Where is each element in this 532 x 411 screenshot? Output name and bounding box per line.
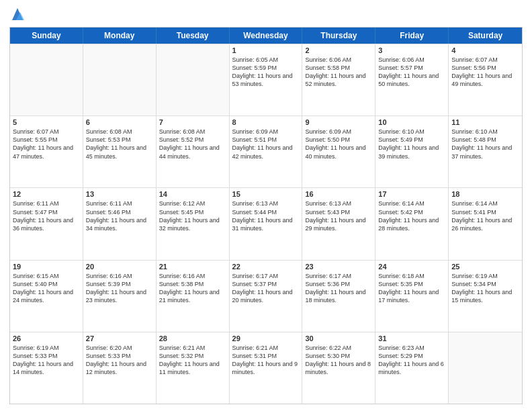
day-number: 25 bbox=[451, 263, 519, 271]
day-info: Sunrise: 6:08 AM Sunset: 5:52 PM Dayligh… bbox=[159, 128, 226, 161]
calendar-day-18: 18Sunrise: 6:14 AM Sunset: 5:41 PM Dayli… bbox=[449, 188, 522, 259]
day-number: 12 bbox=[13, 190, 80, 198]
calendar-day-25: 25Sunrise: 6:19 AM Sunset: 5:34 PM Dayli… bbox=[449, 261, 522, 332]
day-info: Sunrise: 6:11 AM Sunset: 5:47 PM Dayligh… bbox=[13, 199, 80, 232]
day-number: 3 bbox=[378, 46, 445, 54]
day-info: Sunrise: 6:07 AM Sunset: 5:55 PM Dayligh… bbox=[13, 128, 80, 161]
day-info: Sunrise: 6:05 AM Sunset: 5:59 PM Dayligh… bbox=[232, 56, 300, 89]
day-header-thursday: Thursday bbox=[302, 28, 375, 44]
day-info: Sunrise: 6:08 AM Sunset: 5:53 PM Dayligh… bbox=[86, 128, 153, 161]
calendar-day-31: 31Sunrise: 6:23 AM Sunset: 5:29 PM Dayli… bbox=[375, 332, 449, 404]
day-info: Sunrise: 6:23 AM Sunset: 5:29 PM Dayligh… bbox=[378, 344, 445, 377]
day-info: Sunrise: 6:14 AM Sunset: 5:41 PM Dayligh… bbox=[451, 199, 519, 232]
calendar-day-2: 2Sunrise: 6:06 AM Sunset: 5:58 PM Daylig… bbox=[302, 44, 375, 116]
calendar-day-8: 8Sunrise: 6:09 AM Sunset: 5:51 PM Daylig… bbox=[230, 116, 303, 187]
day-info: Sunrise: 6:15 AM Sunset: 5:40 PM Dayligh… bbox=[13, 272, 80, 305]
calendar-day-4: 4Sunrise: 6:07 AM Sunset: 5:56 PM Daylig… bbox=[449, 44, 522, 116]
day-info: Sunrise: 6:20 AM Sunset: 5:33 PM Dayligh… bbox=[86, 344, 153, 377]
calendar-day-9: 9Sunrise: 6:09 AM Sunset: 5:50 PM Daylig… bbox=[302, 116, 375, 187]
day-info: Sunrise: 6:13 AM Sunset: 5:44 PM Dayligh… bbox=[232, 199, 300, 232]
calendar-day-5: 5Sunrise: 6:07 AM Sunset: 5:55 PM Daylig… bbox=[10, 116, 83, 187]
day-number: 8 bbox=[232, 118, 300, 126]
calendar-day-19: 19Sunrise: 6:15 AM Sunset: 5:40 PM Dayli… bbox=[10, 261, 83, 332]
day-number: 27 bbox=[86, 334, 153, 342]
day-info: Sunrise: 6:16 AM Sunset: 5:38 PM Dayligh… bbox=[159, 272, 226, 305]
day-info: Sunrise: 6:21 AM Sunset: 5:32 PM Dayligh… bbox=[159, 344, 226, 377]
day-number: 28 bbox=[159, 334, 226, 342]
day-info: Sunrise: 6:17 AM Sunset: 5:37 PM Dayligh… bbox=[232, 272, 300, 305]
calendar-day-23: 23Sunrise: 6:17 AM Sunset: 5:36 PM Dayli… bbox=[302, 261, 375, 332]
day-number: 1 bbox=[232, 46, 300, 54]
day-number: 9 bbox=[305, 118, 372, 126]
calendar-body: 1Sunrise: 6:05 AM Sunset: 5:59 PM Daylig… bbox=[10, 44, 522, 404]
day-number: 31 bbox=[378, 334, 445, 342]
day-info: Sunrise: 6:07 AM Sunset: 5:56 PM Dayligh… bbox=[451, 56, 519, 89]
day-number: 4 bbox=[451, 46, 519, 54]
calendar-header: SundayMondayTuesdayWednesdayThursdayFrid… bbox=[10, 28, 522, 44]
calendar-day-29: 29Sunrise: 6:21 AM Sunset: 5:31 PM Dayli… bbox=[230, 332, 303, 404]
day-number: 5 bbox=[13, 118, 80, 126]
day-info: Sunrise: 6:06 AM Sunset: 5:57 PM Dayligh… bbox=[378, 56, 445, 89]
calendar-day-11: 11Sunrise: 6:10 AM Sunset: 5:48 PM Dayli… bbox=[449, 116, 522, 187]
day-number: 14 bbox=[159, 190, 226, 198]
day-info: Sunrise: 6:11 AM Sunset: 5:46 PM Dayligh… bbox=[86, 199, 153, 232]
day-number: 13 bbox=[86, 190, 153, 198]
day-number: 26 bbox=[13, 334, 80, 342]
calendar-day-empty bbox=[10, 44, 83, 116]
day-number: 21 bbox=[159, 263, 226, 271]
header bbox=[9, 7, 523, 21]
calendar-day-21: 21Sunrise: 6:16 AM Sunset: 5:38 PM Dayli… bbox=[157, 261, 230, 332]
day-number: 19 bbox=[13, 263, 80, 271]
day-info: Sunrise: 6:10 AM Sunset: 5:48 PM Dayligh… bbox=[451, 128, 519, 161]
calendar-day-15: 15Sunrise: 6:13 AM Sunset: 5:44 PM Dayli… bbox=[230, 188, 303, 259]
calendar-day-28: 28Sunrise: 6:21 AM Sunset: 5:32 PM Dayli… bbox=[157, 332, 230, 404]
calendar-day-6: 6Sunrise: 6:08 AM Sunset: 5:53 PM Daylig… bbox=[83, 116, 157, 187]
page: SundayMondayTuesdayWednesdayThursdayFrid… bbox=[0, 0, 532, 411]
day-info: Sunrise: 6:19 AM Sunset: 5:33 PM Dayligh… bbox=[13, 344, 80, 377]
calendar-day-empty bbox=[157, 44, 230, 116]
calendar-day-16: 16Sunrise: 6:13 AM Sunset: 5:43 PM Dayli… bbox=[302, 188, 375, 259]
day-number: 24 bbox=[378, 263, 445, 271]
day-header-monday: Monday bbox=[83, 28, 157, 44]
calendar-day-1: 1Sunrise: 6:05 AM Sunset: 5:59 PM Daylig… bbox=[230, 44, 303, 116]
day-number: 11 bbox=[451, 118, 519, 126]
day-header-tuesday: Tuesday bbox=[157, 28, 230, 44]
day-header-wednesday: Wednesday bbox=[230, 28, 303, 44]
calendar-day-20: 20Sunrise: 6:16 AM Sunset: 5:39 PM Dayli… bbox=[83, 261, 157, 332]
calendar-day-3: 3Sunrise: 6:06 AM Sunset: 5:57 PM Daylig… bbox=[375, 44, 449, 116]
day-number: 15 bbox=[232, 190, 300, 198]
day-number: 23 bbox=[305, 263, 372, 271]
day-info: Sunrise: 6:22 AM Sunset: 5:30 PM Dayligh… bbox=[305, 344, 372, 377]
day-number: 6 bbox=[86, 118, 153, 126]
day-number: 16 bbox=[305, 190, 372, 198]
logo bbox=[9, 7, 24, 21]
logo-icon bbox=[11, 5, 24, 21]
calendar-day-27: 27Sunrise: 6:20 AM Sunset: 5:33 PM Dayli… bbox=[83, 332, 157, 404]
day-number: 17 bbox=[378, 190, 445, 198]
calendar-week-5: 26Sunrise: 6:19 AM Sunset: 5:33 PM Dayli… bbox=[10, 332, 522, 404]
day-header-sunday: Sunday bbox=[10, 28, 83, 44]
day-number: 10 bbox=[378, 118, 445, 126]
day-info: Sunrise: 6:21 AM Sunset: 5:31 PM Dayligh… bbox=[232, 344, 300, 377]
day-info: Sunrise: 6:09 AM Sunset: 5:51 PM Dayligh… bbox=[232, 128, 300, 161]
day-header-saturday: Saturday bbox=[449, 28, 522, 44]
day-info: Sunrise: 6:10 AM Sunset: 5:49 PM Dayligh… bbox=[378, 128, 445, 161]
calendar-week-1: 1Sunrise: 6:05 AM Sunset: 5:59 PM Daylig… bbox=[10, 44, 522, 116]
day-header-friday: Friday bbox=[375, 28, 449, 44]
day-number: 29 bbox=[232, 334, 300, 342]
calendar-week-4: 19Sunrise: 6:15 AM Sunset: 5:40 PM Dayli… bbox=[10, 260, 522, 332]
day-info: Sunrise: 6:19 AM Sunset: 5:34 PM Dayligh… bbox=[451, 272, 519, 305]
day-number: 20 bbox=[86, 263, 153, 271]
calendar-day-7: 7Sunrise: 6:08 AM Sunset: 5:52 PM Daylig… bbox=[157, 116, 230, 187]
day-info: Sunrise: 6:14 AM Sunset: 5:42 PM Dayligh… bbox=[378, 199, 445, 232]
day-number: 2 bbox=[305, 46, 372, 54]
calendar-day-26: 26Sunrise: 6:19 AM Sunset: 5:33 PM Dayli… bbox=[10, 332, 83, 404]
calendar-day-empty bbox=[83, 44, 157, 116]
day-info: Sunrise: 6:16 AM Sunset: 5:39 PM Dayligh… bbox=[86, 272, 153, 305]
day-info: Sunrise: 6:06 AM Sunset: 5:58 PM Dayligh… bbox=[305, 56, 372, 89]
calendar-day-22: 22Sunrise: 6:17 AM Sunset: 5:37 PM Dayli… bbox=[230, 261, 303, 332]
day-number: 22 bbox=[232, 263, 300, 271]
calendar-day-10: 10Sunrise: 6:10 AM Sunset: 5:49 PM Dayli… bbox=[375, 116, 449, 187]
day-info: Sunrise: 6:09 AM Sunset: 5:50 PM Dayligh… bbox=[305, 128, 372, 161]
day-info: Sunrise: 6:13 AM Sunset: 5:43 PM Dayligh… bbox=[305, 199, 372, 232]
